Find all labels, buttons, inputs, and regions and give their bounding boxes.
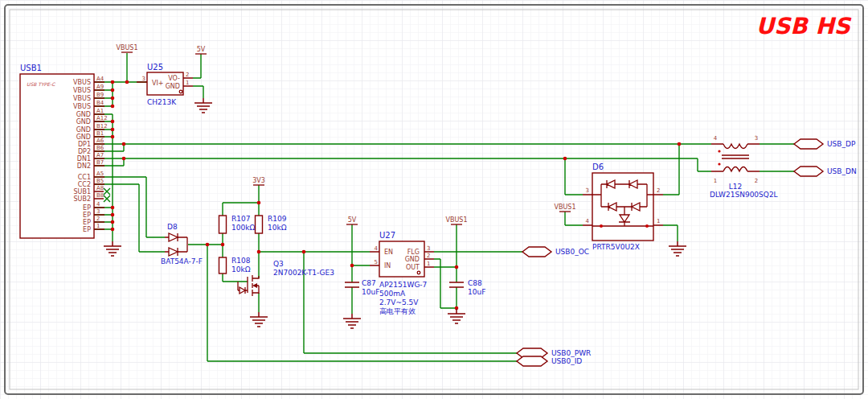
usb1-pin-num: B9 [96,92,104,98]
usb1-pin-num: A12 [96,115,108,121]
schematic-canvas[interactable]: USB HS USB1 USB TYPE-C VBUSA4 VBUSA9 VBU… [0,0,868,399]
usb1-pin-name: DN1 [77,155,91,162]
u27-pin-flg: FLG [407,249,420,256]
l12-polarity-dot [718,150,720,152]
usb1-pin-num: 3 [96,208,100,215]
u25-ref: U25 [147,63,163,72]
usb0-id-port-shape [517,356,547,366]
usb0-oc-port-label: USB0_OC [555,248,589,256]
r108-resistor[interactable]: R108 10kΩ [219,257,251,274]
d6-num2: 2 [657,187,660,194]
usb1-pin-name: GND [76,118,91,125]
u27-current: 500mA [379,290,406,298]
usb1-pin-num: B7 [96,159,104,166]
u27-num3: 3 [427,245,430,252]
usb1-pin-num: A5 [96,171,104,177]
c87-ref: C87 [362,279,376,287]
d6-ref: D6 [592,162,604,171]
usb1-pin-name: CC1 [78,174,91,181]
u27-num4: 4 [375,245,379,252]
usb1-pin-num: A4 [96,76,104,82]
u25-pin-gnd: GND [166,83,180,90]
flag-5v-u25[interactable]: 5V [195,46,207,54]
u27-part: AP2151WG-7 [379,281,427,289]
u27-num1: 1 [427,261,430,267]
r109-body [256,216,263,233]
flag-vbus1-usb1[interactable]: VBUS1 [117,44,138,52]
port-usb0-oc[interactable]: USB0_OC [522,247,589,257]
l12-num3: 3 [755,135,758,142]
d6-esd-array[interactable]: D6 PRTR5V0U2X 3 2 4 1 [586,162,661,251]
u27-ref: U27 [379,231,395,240]
usb1-pin-name: GND [76,126,91,134]
u25-num3: 3 [142,76,145,82]
usb0-pwr-port-label: USB0_PWR [551,349,591,357]
usb1-pin-name: DP2 [78,148,91,155]
d8-ref: D8 [167,223,178,231]
flag-vbus1-d6[interactable]: VBUS1 [555,204,576,212]
usb1-pin-num: A7 [96,152,104,158]
vbus1-flag-label: VBUS1 [555,204,576,211]
usb1-pin-num: B12 [96,123,108,130]
r109-value: 10kΩ [268,224,287,232]
usb1-pin-name: VBUS [73,87,91,94]
r107-resistor[interactable]: R107 100kΩ [219,215,256,233]
r107-ref: R107 [231,215,250,223]
r108-ref: R108 [231,257,251,265]
flag-3v3[interactable]: 3V3 [252,177,265,185]
d6-num3: 3 [586,187,589,194]
usb1-pin-num: B4 [96,100,104,106]
u27-num5: 5 [375,259,378,265]
flag-vbus1-u27[interactable]: VBUS1 [446,216,468,224]
usb-dn-port-shape [794,167,823,176]
grid-major [0,0,868,399]
sheet-title: USB HS [755,13,851,39]
5v-flag-label: 5V [348,216,357,224]
usb1-pin-num: B6 [96,145,104,151]
usb1-connector[interactable]: USB1 USB TYPE-C VBUSA4 VBUSA9 VBUSB9 VBU… [20,64,108,238]
u27-num2: 2 [427,253,430,259]
usb1-pin-name: SUB1 [73,188,91,195]
c87-value: 10uF [362,288,379,296]
l12-polarity-dot [718,162,720,165]
flag-5v-u27[interactable]: 5V [346,216,358,224]
usb1-pin-name: VBUS [73,103,91,110]
usb1-pin-name: GND [76,134,91,141]
c88-ref: C88 [468,279,482,287]
usb0-oc-port-shape [522,247,551,257]
usb1-pin-name: DP1 [78,141,91,148]
usb1-pin-name: EP [83,212,91,219]
usb1-pin-name: EP [83,226,91,233]
u27-pin-en: EN [384,249,393,256]
schematic-sheet[interactable]: USB HS USB1 USB TYPE-C VBUSA4 VBUSA9 VBU… [0,0,868,399]
r109-ref: R109 [268,215,287,223]
u27-pin-in: IN [384,262,391,269]
u25-num2: 2 [186,72,189,78]
u27-pin-out: OUT [406,264,420,271]
r107-value: 100kΩ [231,224,255,232]
u25-part: CH213K [147,98,177,106]
u25-pin-vo: VO- [168,75,180,82]
usb1-pin-num: B8 [96,192,104,199]
d6-part: PRTR5V0U2X [592,243,640,251]
usb1-pin-name: EP [83,204,91,212]
usb1-pin-num: B5 [96,178,104,184]
usb-dp-port-shape [794,139,823,149]
usb1-pin-num: 4 [96,201,100,208]
usb1-pin-name: EP [83,219,91,226]
usb1-pin-num: 2 [96,216,100,222]
3v3-flag-label: 3V3 [252,177,265,184]
r109-resistor[interactable]: R109 10kΩ [256,215,287,233]
r108-value: 10kΩ [231,265,251,274]
usb0-id-port-label: USB0_ID [551,357,582,365]
vbus1-flag-label: VBUS1 [446,216,468,224]
usb1-pin-name: DN2 [77,162,91,170]
u27-voltage: 2.7V~5.5V [379,298,419,306]
vbus1-flag-label: VBUS1 [117,44,138,51]
d8-part: BAT54A-7-F [161,257,203,265]
r107-body [219,216,227,233]
usb1-pin-name: CC2 [78,181,91,188]
d6-num4: 4 [586,218,590,224]
usb1-pin-num: A8 [96,185,104,191]
usb1-pin-name: VBUS [73,95,91,102]
